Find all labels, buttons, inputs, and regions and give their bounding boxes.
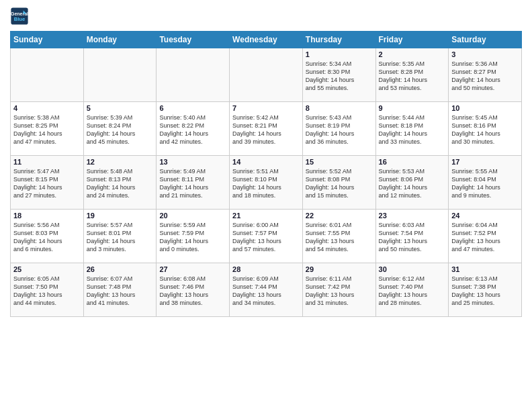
calendar-cell: 24Sunrise: 6:04 AMSunset: 7:52 PMDayligh…	[449, 210, 522, 263]
calendar-cell: 8Sunrise: 5:43 AMSunset: 8:19 PMDaylight…	[302, 102, 375, 156]
calendar-cell	[157, 48, 230, 102]
calendar-cell	[83, 48, 157, 102]
day-info: Sunrise: 5:51 AMSunset: 8:10 PMDaylight:…	[232, 167, 300, 200]
calendar-header: SundayMondayTuesdayWednesdayThursdayFrid…	[11, 32, 522, 48]
day-info: Sunrise: 5:45 AMSunset: 8:16 PMDaylight:…	[451, 113, 519, 146]
day-info: Sunrise: 5:34 AMSunset: 8:30 PMDaylight:…	[306, 60, 373, 93]
page-container: General Blue SundayMondayTuesdayWednesda…	[0, 0, 532, 320]
calendar-cell	[11, 48, 84, 102]
day-info: Sunrise: 5:38 AMSunset: 8:25 PMDaylight:…	[13, 113, 81, 146]
calendar-cell: 18Sunrise: 5:56 AMSunset: 8:03 PMDayligh…	[11, 210, 84, 263]
day-number: 20	[159, 212, 226, 220]
calendar-cell: 1Sunrise: 5:34 AMSunset: 8:30 PMDaylight…	[302, 48, 375, 102]
day-number: 6	[159, 104, 226, 112]
calendar-cell: 31Sunrise: 6:13 AMSunset: 7:38 PMDayligh…	[449, 263, 522, 317]
day-number: 27	[159, 265, 226, 273]
weekday-header-wednesday: Wednesday	[230, 32, 303, 48]
day-info: Sunrise: 5:52 AMSunset: 8:08 PMDaylight:…	[306, 167, 373, 200]
calendar-week-2: 4Sunrise: 5:38 AMSunset: 8:25 PMDaylight…	[11, 102, 522, 156]
weekday-header-friday: Friday	[375, 32, 449, 48]
calendar-cell: 14Sunrise: 5:51 AMSunset: 8:10 PMDayligh…	[230, 156, 303, 210]
calendar-week-3: 11Sunrise: 5:47 AMSunset: 8:15 PMDayligh…	[11, 156, 522, 210]
day-number: 31	[451, 265, 519, 273]
day-number: 23	[379, 212, 446, 220]
calendar-cell: 27Sunrise: 6:08 AMSunset: 7:46 PMDayligh…	[157, 263, 230, 317]
calendar-cell: 17Sunrise: 5:55 AMSunset: 8:04 PMDayligh…	[449, 156, 522, 210]
day-info: Sunrise: 5:36 AMSunset: 8:27 PMDaylight:…	[451, 60, 519, 93]
day-number: 24	[451, 212, 519, 220]
calendar-cell: 12Sunrise: 5:48 AMSunset: 8:13 PMDayligh…	[83, 156, 157, 210]
calendar-cell: 23Sunrise: 6:03 AMSunset: 7:54 PMDayligh…	[375, 210, 449, 263]
svg-text:Blue: Blue	[14, 16, 26, 22]
day-number: 8	[306, 104, 373, 112]
day-number: 22	[306, 212, 373, 220]
day-info: Sunrise: 5:48 AMSunset: 8:13 PMDaylight:…	[87, 167, 154, 200]
calendar-cell: 10Sunrise: 5:45 AMSunset: 8:16 PMDayligh…	[449, 102, 522, 156]
day-info: Sunrise: 5:35 AMSunset: 8:28 PMDaylight:…	[379, 60, 446, 93]
day-number: 16	[379, 158, 446, 166]
calendar-cell: 30Sunrise: 6:12 AMSunset: 7:40 PMDayligh…	[375, 263, 449, 317]
calendar-cell: 29Sunrise: 6:11 AMSunset: 7:42 PMDayligh…	[302, 263, 375, 317]
day-info: Sunrise: 6:11 AMSunset: 7:42 PMDaylight:…	[306, 275, 373, 308]
day-number: 21	[232, 212, 300, 220]
day-info: Sunrise: 6:07 AMSunset: 7:48 PMDaylight:…	[87, 275, 154, 308]
day-info: Sunrise: 5:57 AMSunset: 8:01 PMDaylight:…	[87, 221, 154, 254]
day-info: Sunrise: 6:08 AMSunset: 7:46 PMDaylight:…	[159, 275, 226, 308]
day-info: Sunrise: 5:44 AMSunset: 8:18 PMDaylight:…	[379, 113, 446, 146]
day-number: 12	[87, 158, 154, 166]
calendar-cell: 22Sunrise: 6:01 AMSunset: 7:55 PMDayligh…	[302, 210, 375, 263]
day-number: 5	[87, 104, 154, 112]
calendar-cell: 5Sunrise: 5:39 AMSunset: 8:24 PMDaylight…	[83, 102, 157, 156]
day-number: 29	[306, 265, 373, 273]
calendar-cell: 9Sunrise: 5:44 AMSunset: 8:18 PMDaylight…	[375, 102, 449, 156]
calendar-cell: 26Sunrise: 6:07 AMSunset: 7:48 PMDayligh…	[83, 263, 157, 317]
day-info: Sunrise: 5:53 AMSunset: 8:06 PMDaylight:…	[379, 167, 446, 200]
day-info: Sunrise: 6:05 AMSunset: 7:50 PMDaylight:…	[13, 275, 81, 308]
logo-icon: General Blue	[10, 7, 29, 26]
day-info: Sunrise: 6:12 AMSunset: 7:40 PMDaylight:…	[379, 275, 446, 308]
weekday-header-sunday: Sunday	[11, 32, 84, 48]
calendar-cell	[230, 48, 303, 102]
weekday-header-saturday: Saturday	[449, 32, 522, 48]
day-number: 19	[87, 212, 154, 220]
day-number: 25	[13, 265, 81, 273]
calendar-cell: 20Sunrise: 5:59 AMSunset: 7:59 PMDayligh…	[157, 210, 230, 263]
day-number: 11	[13, 158, 81, 166]
calendar-cell: 4Sunrise: 5:38 AMSunset: 8:25 PMDaylight…	[11, 102, 84, 156]
day-number: 4	[13, 104, 81, 112]
weekday-header-thursday: Thursday	[302, 32, 375, 48]
day-info: Sunrise: 5:55 AMSunset: 8:04 PMDaylight:…	[451, 167, 519, 200]
day-number: 17	[451, 158, 519, 166]
calendar-cell: 13Sunrise: 5:49 AMSunset: 8:11 PMDayligh…	[157, 156, 230, 210]
weekday-row: SundayMondayTuesdayWednesdayThursdayFrid…	[11, 32, 522, 48]
calendar-cell: 11Sunrise: 5:47 AMSunset: 8:15 PMDayligh…	[11, 156, 84, 210]
day-info: Sunrise: 6:09 AMSunset: 7:44 PMDaylight:…	[232, 275, 300, 308]
calendar-cell: 28Sunrise: 6:09 AMSunset: 7:44 PMDayligh…	[230, 263, 303, 317]
calendar-cell: 25Sunrise: 6:05 AMSunset: 7:50 PMDayligh…	[11, 263, 84, 317]
day-number: 2	[379, 50, 446, 58]
day-number: 26	[87, 265, 154, 273]
day-number: 28	[232, 265, 300, 273]
day-info: Sunrise: 6:01 AMSunset: 7:55 PMDaylight:…	[306, 221, 373, 254]
calendar-cell: 19Sunrise: 5:57 AMSunset: 8:01 PMDayligh…	[83, 210, 157, 263]
day-number: 3	[451, 50, 519, 58]
header: General Blue	[10, 7, 522, 26]
calendar-cell: 6Sunrise: 5:40 AMSunset: 8:22 PMDaylight…	[157, 102, 230, 156]
day-number: 1	[306, 50, 373, 58]
day-info: Sunrise: 5:39 AMSunset: 8:24 PMDaylight:…	[87, 113, 154, 146]
calendar-week-5: 25Sunrise: 6:05 AMSunset: 7:50 PMDayligh…	[11, 263, 522, 317]
day-info: Sunrise: 5:47 AMSunset: 8:15 PMDaylight:…	[13, 167, 81, 200]
calendar-week-4: 18Sunrise: 5:56 AMSunset: 8:03 PMDayligh…	[11, 210, 522, 263]
calendar-table: SundayMondayTuesdayWednesdayThursdayFrid…	[10, 31, 522, 317]
calendar-week-1: 1Sunrise: 5:34 AMSunset: 8:30 PMDaylight…	[11, 48, 522, 102]
day-number: 30	[379, 265, 446, 273]
logo: General Blue	[10, 7, 29, 26]
calendar-cell: 3Sunrise: 5:36 AMSunset: 8:27 PMDaylight…	[449, 48, 522, 102]
day-info: Sunrise: 5:59 AMSunset: 7:59 PMDaylight:…	[159, 221, 226, 254]
day-info: Sunrise: 5:40 AMSunset: 8:22 PMDaylight:…	[159, 113, 226, 146]
day-info: Sunrise: 5:43 AMSunset: 8:19 PMDaylight:…	[306, 113, 373, 146]
day-number: 15	[306, 158, 373, 166]
day-info: Sunrise: 6:00 AMSunset: 7:57 PMDaylight:…	[232, 221, 300, 254]
calendar-cell: 21Sunrise: 6:00 AMSunset: 7:57 PMDayligh…	[230, 210, 303, 263]
calendar-cell: 7Sunrise: 5:42 AMSunset: 8:21 PMDaylight…	[230, 102, 303, 156]
